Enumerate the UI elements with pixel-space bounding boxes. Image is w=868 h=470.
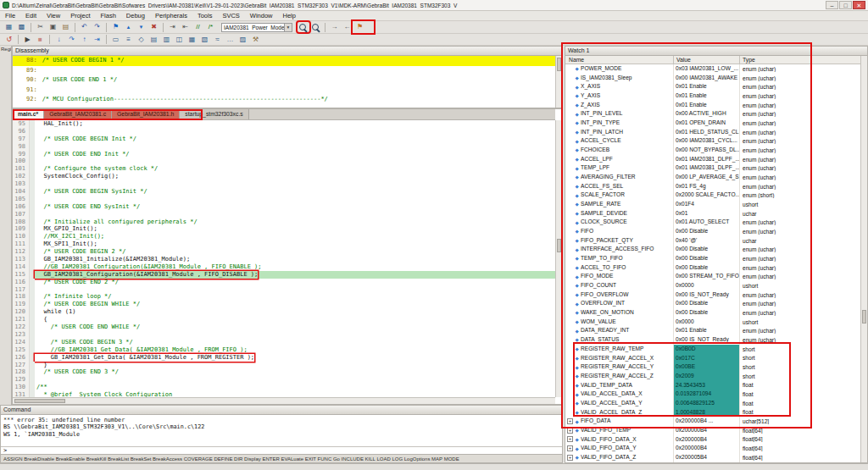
expand-icon[interactable] [567, 75, 573, 81]
expand-icon[interactable] [567, 401, 573, 406]
expand-icon[interactable] [567, 246, 573, 252]
watch-row[interactable]: ◆ VALID_ACCEL_DATA_Y 0.00648829125 float [565, 399, 860, 408]
menu-debug[interactable]: Debug [121, 11, 150, 21]
watch-row[interactable]: + ◆ FIFO_DATA 0x200000B4 ... uchar[512] [565, 417, 860, 426]
expand-icon[interactable] [567, 211, 573, 217]
separator[interactable] [31, 23, 31, 32]
memory-window-icon[interactable]: ▦ [186, 35, 198, 45]
separator[interactable] [49, 35, 50, 44]
menu-window[interactable]: Window [245, 11, 278, 21]
disassembly-header[interactable]: Disassembly [13, 47, 562, 56]
separator[interactable] [18, 35, 19, 44]
expand-icon[interactable] [567, 382, 573, 388]
expand-icon[interactable] [567, 283, 573, 289]
watch-row[interactable]: ◆ TEMP_TO_FIFO 0x00 Disable enum (uchar) [565, 254, 860, 263]
stop-icon[interactable]: ■ [35, 35, 47, 45]
watch-row[interactable]: ◆ REGISTER_RAW_ACCEL_Z 0x2009 short [565, 372, 860, 381]
copy-icon[interactable]: ▣ [47, 22, 59, 32]
tab-main-c[interactable]: main.c* [13, 109, 44, 119]
disassembly-window-icon[interactable]: ≡ [123, 35, 135, 45]
expand-icon[interactable] [567, 337, 573, 343]
expand-icon[interactable] [567, 409, 573, 415]
scrollbar-thumb[interactable] [557, 239, 561, 252]
menu-project[interactable]: Project [65, 11, 95, 21]
disassembly-body[interactable]: 88: /* USER CODE BEGIN 1 */ 89: 90: /* U… [13, 56, 555, 108]
trace-window-icon[interactable]: … [225, 35, 236, 45]
expand-icon[interactable] [567, 192, 573, 198]
separator[interactable] [75, 23, 75, 32]
watch-row[interactable]: ◆ TEMP_LPF 0x01 IAM20381_DLPF_... enum (… [565, 163, 860, 173]
prev-bookmark-icon[interactable]: ▲ [123, 22, 135, 32]
command-input[interactable]: > [1, 446, 562, 454]
command-window-icon[interactable]: ▭ [110, 35, 122, 45]
expand-icon[interactable] [567, 301, 573, 307]
separator[interactable] [163, 23, 164, 32]
watch-row[interactable]: ◆ ACCEL_FS_SEL 0x01 FS_4g enum (uchar) [565, 182, 860, 191]
watch-row[interactable]: ◆ IS_IAM20381_Sleep 0x00 IAM20381_AWAKE … [565, 74, 860, 83]
watch-row[interactable]: ◆ CLOCK_SOURCE 0x01 AUTO_SELECT enum (uc… [565, 218, 860, 227]
scrollbar-thumb[interactable] [862, 310, 866, 323]
expand-icon[interactable] [567, 93, 573, 99]
find-icon[interactable] [298, 22, 309, 32]
expand-icon[interactable]: + [567, 418, 573, 424]
separator[interactable] [325, 23, 326, 32]
expand-icon[interactable]: + [567, 445, 573, 451]
watch-row[interactable]: ◆ FIFO_PACKET_QTY 0x40 '@' uchar [565, 236, 860, 246]
watch-row[interactable]: ◆ ACCEL_LPF 0x01 IAM20381_DLPF_... enum … [565, 155, 860, 164]
system-viewer-icon[interactable]: ▨ [237, 35, 249, 45]
watch-row[interactable]: ◆ VALID_ACCEL_DATA_X 0.0192871094 float [565, 390, 860, 399]
menu-help[interactable]: Help [278, 11, 301, 21]
expand-icon[interactable] [567, 138, 573, 144]
expand-icon[interactable] [567, 292, 573, 298]
watch-scrollbar[interactable] [860, 56, 867, 462]
expand-icon[interactable]: + [567, 455, 573, 461]
toolbox-icon[interactable]: ⚒ [250, 35, 262, 45]
uncomment-icon[interactable]: /* [205, 22, 217, 32]
tab-gebrabit-c[interactable]: GebraBit_IAM20381.c [44, 109, 112, 119]
watch-row[interactable]: ◆ REGISTER_RAW_ACCEL_Y 0x00BE short [565, 362, 860, 372]
chevron-down-icon[interactable]: ▾ [284, 24, 292, 31]
expand-icon[interactable] [567, 111, 573, 117]
run-to-cursor-icon[interactable]: ⇥ [92, 35, 103, 45]
disassembly-scrollbar[interactable] [555, 56, 562, 108]
reset-icon[interactable]: ↺ [3, 35, 15, 45]
expand-icon[interactable] [567, 256, 573, 262]
separator[interactable] [106, 35, 107, 44]
watch-row[interactable]: ◆ WOM_VALUE 0x0000 ushort [565, 318, 860, 327]
watch-row[interactable]: ◆ FIFO_COUNT 0x0000 ushort [565, 281, 860, 290]
step-into-icon[interactable]: ↓ [53, 35, 65, 45]
expand-icon[interactable] [567, 84, 573, 90]
expand-icon[interactable] [567, 265, 573, 271]
watch-row[interactable]: + ◆ VALID_FIFO_DATA_Z 0x200005B4 float[6… [565, 453, 860, 462]
watch-row[interactable]: ◆ SAMPLE_RATE 0x01F4 ushort [565, 200, 860, 209]
watch-row[interactable]: ◆ INTERFACE_ACCESS_FIFO 0x00 Disable enu… [565, 245, 860, 254]
menu-view[interactable]: View [42, 11, 65, 21]
watch-row[interactable]: ◆ INT_PIN_TYPE 0x01 OPEN_DRAIN enum (uch… [565, 119, 860, 128]
watch-row[interactable]: ◆ X_AXIS 0x01 Enable enum (uchar) [565, 82, 860, 91]
watch-row[interactable]: ◆ REGISTER_RAW_TEMP 0x0B0D short [565, 345, 860, 354]
minimize-button[interactable]: – [826, 1, 838, 9]
save-icon[interactable]: ▦ [3, 22, 15, 32]
expand-icon[interactable] [567, 120, 573, 126]
paste-icon[interactable]: ▤ [60, 22, 72, 32]
watch-header[interactable]: Watch 1 [565, 47, 867, 56]
menu-peripherals[interactable]: Peripherals [150, 11, 192, 21]
watch-row[interactable]: ◆ FIFO_OVERFLOW 0x00 IS_NOT_Ready enum (… [565, 290, 860, 300]
command-header[interactable]: Command [1, 406, 562, 415]
column-header-name[interactable]: Name [565, 56, 674, 64]
expand-icon[interactable] [567, 229, 573, 235]
watch-row[interactable]: ◆ VALID_TEMP_DATA 24.3543453 float [565, 381, 860, 390]
expand-icon[interactable] [567, 238, 573, 244]
watch-row[interactable]: ◆ FIFO 0x00 Disable enum (uchar) [565, 227, 860, 236]
watch-row[interactable]: ◆ REGISTER_RAW_ACCEL_X 0x017C short [565, 354, 860, 363]
menu-edit[interactable]: Edit [20, 11, 42, 21]
scrollbar-thumb[interactable] [14, 399, 65, 403]
watch-row[interactable]: ◆ Y_AXIS 0x01 Enable enum (uchar) [565, 91, 860, 101]
save-all-icon[interactable]: ▩ [16, 22, 28, 32]
maximize-button[interactable]: □ [839, 1, 852, 9]
scrollbar-thumb[interactable] [557, 58, 561, 71]
tab-gebrabit-h[interactable]: GebraBit_IAM20381.h [112, 109, 180, 119]
comment-icon[interactable]: // [192, 22, 204, 32]
flag-icon[interactable]: ⚑ [354, 22, 366, 32]
menu-flash[interactable]: Flash [96, 11, 121, 21]
